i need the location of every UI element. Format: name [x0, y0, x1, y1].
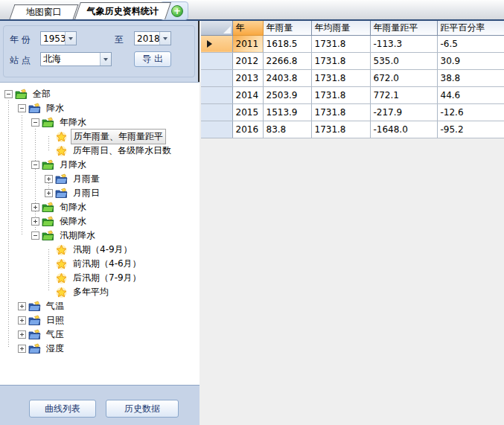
tree-item[interactable]: 历年雨日、各级降水日数	[0, 144, 200, 158]
tree-item[interactable]: 月雨日	[0, 186, 200, 200]
tree-item-label: 后汛期（7-9月）	[71, 271, 144, 285]
column-header-3[interactable]: 年雨量距平	[370, 21, 437, 35]
folder-green-icon	[42, 117, 54, 129]
export-button[interactable]: 导 出	[134, 51, 171, 67]
grid-cell[interactable]: 2014	[232, 86, 263, 103]
tab-bar: 地图窗口 气象历史资料统计 +	[0, 0, 504, 21]
grid-cell[interactable]: 672.0	[370, 69, 437, 86]
row-header[interactable]	[201, 121, 232, 138]
collapse-minus-icon[interactable]	[31, 161, 39, 169]
tree-item[interactable]: 侯降水	[0, 214, 200, 229]
grid-cell[interactable]: 1618.5	[263, 35, 311, 52]
grid-cell[interactable]: 1731.8	[311, 52, 370, 69]
tree-item[interactable]: 多年平均	[0, 285, 200, 299]
column-header-4[interactable]: 距平百分率	[437, 21, 504, 35]
year-from-value: 1953	[41, 33, 65, 44]
grid-cell[interactable]: -217.9	[370, 103, 437, 121]
folder-blue-icon	[28, 103, 41, 115]
tree-item[interactable]: 旬降水	[0, 200, 200, 214]
expand-plus-icon[interactable]	[31, 217, 39, 226]
grid-cell[interactable]: 2266.8	[263, 52, 311, 69]
year-label: 年 份	[10, 33, 31, 46]
chevron-down-icon[interactable]	[100, 53, 111, 65]
grid-cell[interactable]: 2503.9	[263, 86, 311, 103]
tree-item[interactable]: 全部	[0, 87, 200, 101]
year-to-combobox[interactable]: 2018	[134, 31, 171, 45]
tree-item[interactable]: 气压	[0, 327, 200, 342]
tree-item[interactable]: 降水	[0, 101, 200, 115]
collapse-minus-icon[interactable]	[4, 90, 13, 98]
chevron-down-icon[interactable]	[65, 32, 76, 45]
tree-item[interactable]: 年降水	[0, 115, 200, 130]
tree-item[interactable]: 月降水	[0, 158, 200, 172]
row-header[interactable]	[201, 52, 232, 69]
expand-plus-icon[interactable]	[18, 345, 26, 353]
table-row: 20142503.91731.8772.144.6	[201, 86, 504, 103]
grid-cell[interactable]: 1513.9	[263, 103, 311, 121]
grid-cell[interactable]: 1731.8	[311, 86, 370, 103]
tab-weather-history-stats[interactable]: 气象历史资料统计	[74, 2, 171, 19]
table-row: 20151513.91731.8-217.9-12.6	[201, 103, 504, 121]
tree-item[interactable]: 气温	[0, 299, 200, 313]
tree-item-label: 月雨量	[71, 172, 102, 186]
row-header[interactable]	[201, 86, 232, 103]
tree-item[interactable]: 前汛期（4-6月）	[0, 257, 200, 271]
tree-item[interactable]: 汛期（4-9月）	[0, 243, 200, 257]
grid-cell[interactable]: 535.0	[370, 52, 437, 69]
grid-cell[interactable]: -113.3	[370, 35, 437, 52]
expand-plus-icon[interactable]	[18, 316, 26, 325]
folder-green-icon	[42, 202, 54, 214]
table-row: 20111618.51731.8-113.3-6.5	[201, 35, 504, 52]
tree-item[interactable]: 历年雨量、年雨量距平	[0, 130, 200, 144]
tab-map-window[interactable]: 地图窗口	[10, 4, 79, 19]
tree-item[interactable]: 月雨量	[0, 172, 200, 186]
grid-cell[interactable]: 1731.8	[311, 35, 370, 52]
tree-item[interactable]: 湿度	[0, 342, 200, 356]
grid-cell[interactable]: 44.6	[437, 86, 504, 103]
grid-cell[interactable]: 2015	[232, 103, 263, 121]
column-header-1[interactable]: 年雨量	[263, 21, 311, 35]
grid-cell[interactable]: 772.1	[370, 86, 437, 103]
tree-item[interactable]: 后汛期（7-9月）	[0, 271, 200, 285]
year-from-combobox[interactable]: 1953	[40, 31, 77, 45]
grid-cell[interactable]: -6.5	[437, 35, 504, 52]
collapse-minus-icon[interactable]	[31, 118, 39, 127]
row-header[interactable]	[201, 103, 232, 121]
station-combobox[interactable]: 北海	[40, 52, 112, 66]
grid-cell[interactable]: 1731.8	[311, 121, 370, 138]
grid-cell[interactable]: 1731.8	[311, 69, 370, 86]
grid-cell[interactable]: -1648.0	[370, 121, 437, 138]
tree-item-label: 月降水	[57, 158, 89, 172]
expand-plus-icon[interactable]	[31, 203, 39, 211]
tree-item[interactable]: 汛期降水	[0, 229, 200, 243]
chevron-down-icon[interactable]	[159, 32, 170, 45]
select-all-corner[interactable]	[201, 21, 232, 35]
column-header-0[interactable]: 年	[232, 21, 263, 35]
collapse-minus-icon[interactable]	[31, 231, 39, 240]
grid-cell[interactable]: 1731.8	[311, 103, 370, 121]
folder-green-icon	[15, 89, 28, 100]
grid-cell[interactable]: 2011	[232, 35, 263, 52]
grid-cell[interactable]: 2016	[232, 121, 263, 138]
grid-cell[interactable]: 38.8	[437, 69, 504, 86]
tree-item[interactable]: 日照	[0, 313, 200, 327]
grid-cell[interactable]: 2403.8	[263, 69, 311, 86]
expand-plus-icon[interactable]	[45, 189, 53, 197]
row-header[interactable]	[201, 69, 232, 86]
tree-item-label: 多年平均	[71, 285, 111, 299]
grid-cell[interactable]: 2013	[232, 69, 263, 86]
grid-cell[interactable]: -95.2	[437, 121, 504, 138]
tree-item-label: 历年雨日、各级降水日数	[71, 144, 173, 158]
curve-list-button[interactable]: 曲线列表	[29, 400, 96, 418]
history-data-button[interactable]: 历史数据	[106, 400, 179, 418]
expand-plus-icon[interactable]	[18, 330, 26, 339]
grid-cell[interactable]: -12.6	[437, 103, 504, 121]
grid-cell[interactable]: 30.9	[437, 52, 504, 69]
collapse-minus-icon[interactable]	[18, 104, 26, 112]
grid-cell[interactable]: 2012	[232, 52, 263, 69]
row-header[interactable]	[201, 35, 232, 52]
grid-cell[interactable]: 83.8	[263, 121, 311, 138]
expand-plus-icon[interactable]	[18, 302, 26, 310]
column-header-2[interactable]: 年均雨量	[311, 21, 370, 35]
expand-plus-icon[interactable]	[45, 175, 53, 183]
